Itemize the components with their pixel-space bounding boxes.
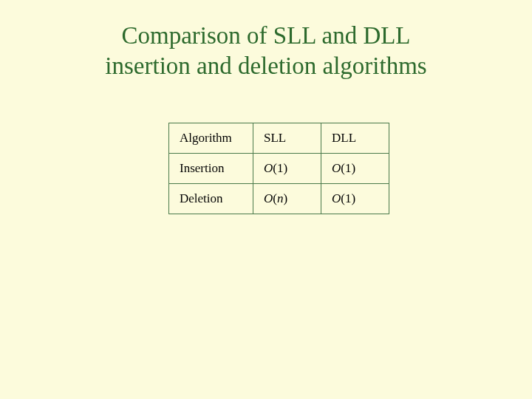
comparison-table-wrap: Algorithm SLL DLL Insertion O(1) O(1) De…	[168, 123, 502, 214]
table-row: Deletion O(n) O(1)	[169, 183, 389, 214]
insertion-sll: O(1)	[253, 153, 321, 183]
table-header-row: Algorithm SLL DLL	[169, 123, 389, 153]
deletion-dll: O(1)	[321, 183, 389, 214]
paren-close: )	[283, 191, 287, 205]
value: (1)	[273, 161, 287, 175]
slide-title: Comparison of SLL and DLL insertion and …	[30, 21, 502, 82]
value: (1)	[341, 191, 355, 205]
big-o: O	[332, 191, 341, 205]
insertion-dll: O(1)	[321, 153, 389, 183]
big-o: O	[332, 161, 341, 175]
header-dll: DLL	[321, 123, 389, 153]
row-label-deletion: Deletion	[169, 183, 253, 214]
value: (1)	[341, 161, 355, 175]
comparison-table: Algorithm SLL DLL Insertion O(1) O(1) De…	[168, 123, 389, 214]
deletion-sll: O(n)	[253, 183, 321, 214]
table-row: Insertion O(1) O(1)	[169, 153, 389, 183]
title-line-2: insertion and deletion algorithms	[105, 52, 426, 79]
big-o: O	[264, 191, 273, 205]
title-line-1: Comparison of SLL and DLL	[121, 22, 410, 49]
header-sll: SLL	[253, 123, 321, 153]
row-label-insertion: Insertion	[169, 153, 253, 183]
header-algorithm: Algorithm	[169, 123, 253, 153]
big-o: O	[264, 161, 273, 175]
